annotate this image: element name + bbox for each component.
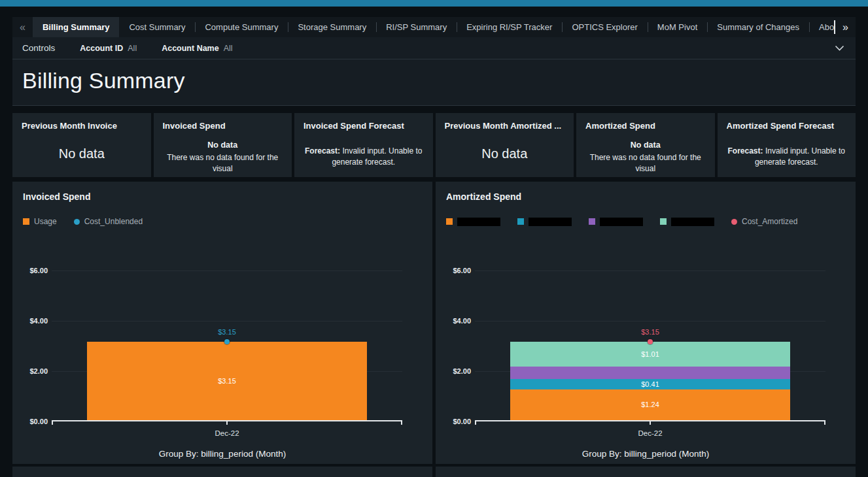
point-value-label: $3.15: [218, 328, 236, 336]
tab-about[interactable]: Abo: [809, 17, 834, 37]
tab-list: Billing Summary Cost Summary Compute Sum…: [33, 17, 834, 37]
tab-risp-summary[interactable]: RI/SP Summary: [376, 17, 457, 37]
forecast-message: Invalid input. Unable to generate foreca…: [332, 146, 422, 167]
kpi-title: Amortized Spend: [585, 121, 706, 131]
bar-segment-3[interactable]: [510, 367, 791, 379]
legend-label: Cost_Unblended: [84, 217, 143, 226]
dashboard-root: « Billing Summary Cost Summary Compute S…: [0, 0, 868, 477]
kpi-card-invoiced-spend-forecast: Invoiced Spend Forecast Forecast: Invali…: [294, 113, 433, 177]
forecast-message: Invalid input. Unable to generate foreca…: [755, 146, 845, 167]
bar-value-label: $1.01: [641, 350, 659, 358]
bar-dec-22: $3.15: [87, 271, 368, 420]
bar-segment-1[interactable]: $1.24: [510, 389, 791, 420]
title-block: Billing Summary: [12, 59, 856, 105]
x-axis-label-row: Dec-22: [52, 427, 402, 438]
kpi-card-amortized-spend: Amortized Spend No data There was no dat…: [576, 113, 715, 177]
kpi-no-data-message: There was no data found for the visual: [585, 152, 706, 174]
legend-marker-circle: [731, 219, 737, 225]
dashboard-content: « Billing Summary Cost Summary Compute S…: [12, 17, 856, 477]
tab-expiring-risp-tracker[interactable]: Expiring RI/SP Tracker: [457, 17, 562, 37]
chart-legend: Usage Cost_Unblended: [23, 217, 422, 226]
kpi-title: Previous Month Amortized ...: [445, 121, 565, 131]
point-marker-cost-unblended[interactable]: [224, 339, 230, 344]
controls-bar: Controls Account ID All Account Name All: [12, 37, 856, 59]
legend-marker-square: [589, 218, 595, 225]
x-tick-label: Dec-22: [638, 429, 662, 437]
kpi-forecast-error: Forecast: Invalid input. Unable to gener…: [304, 146, 424, 168]
tab-cost-summary[interactable]: Cost Summary: [119, 17, 195, 37]
page-title: Billing Summary: [22, 68, 846, 93]
legend-label: Cost_Amortized: [742, 217, 797, 226]
legend-item-cost-unblended[interactable]: Cost_Unblended: [74, 217, 143, 226]
y-axis-labels: $6.00 $4.00 $2.00 $0.00: [446, 271, 475, 421]
y-tick-label: $0.00: [453, 418, 471, 425]
bar-segment-usage[interactable]: $3.15: [87, 342, 368, 420]
tab-compute-summary[interactable]: Compute Summary: [195, 17, 288, 37]
stacked-bar-dec-22: $1.24 $0.41 $1.01: [510, 271, 791, 420]
y-tick-label: $6.00: [453, 267, 471, 274]
filter-value: All: [128, 44, 137, 53]
redacted-label: [671, 218, 714, 226]
plot-area: $1.24 $0.41 $1.01 $3.15: [475, 271, 825, 421]
bottom-panel-sliver: [12, 467, 432, 477]
legend-label: Usage: [34, 217, 57, 226]
kpi-no-data-text: No data: [22, 146, 142, 161]
top-accent-bar: [0, 0, 868, 7]
controls-label: Controls: [22, 43, 55, 53]
kpi-title: Amortized Spend Forecast: [727, 121, 847, 131]
bottom-panels-row: [12, 467, 856, 477]
legend-item-redacted-4[interactable]: [660, 218, 714, 226]
bar-segment-4[interactable]: $1.01: [510, 342, 791, 367]
legend-item-redacted-2[interactable]: [517, 218, 572, 226]
kpi-card-invoiced-spend: Invoiced Spend No data There was no data…: [154, 113, 292, 177]
legend-item-redacted-1[interactable]: [446, 218, 500, 226]
filter-account-id[interactable]: Account ID All: [80, 44, 137, 53]
x-axis-tick: [52, 421, 53, 425]
legend-item-cost-amortized[interactable]: Cost_Amortized: [731, 217, 797, 226]
tab-summary-of-changes[interactable]: Summary of Changes: [707, 17, 809, 37]
x-axis-tick: [650, 421, 651, 425]
invoiced-spend-chart: Invoiced Spend Usage Cost_Unblended $6.0…: [12, 182, 432, 464]
chart-canvas: $6.00 $4.00 $2.00 $0.00 $1.24 $0.41: [446, 271, 845, 421]
filter-value: All: [224, 44, 233, 53]
tabs-scroll-right-icon[interactable]: »: [835, 17, 856, 37]
legend-marker-square: [23, 218, 29, 225]
group-by-label: Group By: billing_period (Month): [446, 449, 845, 459]
y-tick-label: $0.00: [29, 418, 48, 425]
legend-item-usage[interactable]: Usage: [23, 217, 57, 226]
legend-marker-circle: [74, 219, 80, 225]
filter-name: Account Name: [162, 44, 219, 53]
kpi-no-data-text: No data: [445, 146, 565, 161]
tab-mom-pivot[interactable]: MoM Pivot: [648, 17, 707, 37]
redacted-label: [529, 218, 572, 226]
tab-optics-explorer[interactable]: OPTICS Explorer: [562, 17, 647, 37]
controls-collapse-button[interactable]: [833, 42, 846, 54]
forecast-label: Forecast:: [728, 146, 763, 156]
kpi-card-previous-month-amortized: Previous Month Amortized ... No data: [436, 113, 574, 177]
x-axis-tick: [226, 421, 228, 425]
y-tick-label: $4.00: [453, 317, 471, 325]
filter-account-name[interactable]: Account Name All: [162, 44, 232, 53]
x-axis-label-row: Dec-22: [475, 427, 825, 438]
redacted-label: [600, 218, 643, 226]
tabs-scroll-left-icon[interactable]: «: [12, 17, 33, 37]
y-tick-label: $6.00: [29, 267, 48, 274]
kpi-title: Previous Month Invoice: [22, 121, 142, 131]
divider: [12, 105, 856, 106]
tab-storage-summary[interactable]: Storage Summary: [288, 17, 376, 37]
point-value-label: $3.15: [641, 328, 659, 336]
chart-legend: Cost_Amortized: [446, 217, 845, 226]
bar-value-label: $0.41: [641, 380, 659, 388]
x-tick-label: Dec-22: [215, 429, 239, 437]
tab-billing-summary[interactable]: Billing Summary: [33, 17, 120, 37]
legend-item-redacted-3[interactable]: [589, 218, 643, 226]
x-axis-tick: [824, 421, 825, 425]
chart-title: Invoiced Spend: [23, 191, 422, 202]
point-marker-cost-amortized[interactable]: [648, 339, 653, 344]
plot-area: $3.15 $3.15: [52, 271, 402, 421]
bar-segment-2[interactable]: $0.41: [510, 379, 791, 389]
bar-value-label: $3.15: [218, 377, 236, 385]
kpi-card-previous-month-invoice: Previous Month Invoice No data: [12, 113, 151, 177]
bar-value-label: $1.24: [641, 401, 659, 408]
amortized-spend-chart: Amortized Spend: [436, 182, 856, 464]
